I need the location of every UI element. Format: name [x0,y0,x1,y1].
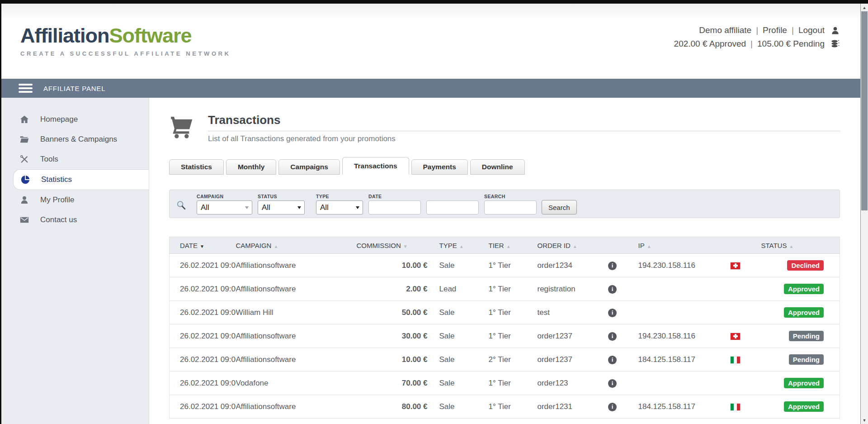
column-header-campaign[interactable]: CAMPAIGN▲ [236,237,357,254]
campaign-cell: Affiliationsoftware [236,277,357,301]
logout-link[interactable]: Logout [798,25,825,35]
sidebar-item-label: Contact us [40,215,77,224]
scrollbar-thumb[interactable] [861,11,868,210]
date-cell: 26.02.2021 09:00 [170,395,236,419]
type-select[interactable]: All [316,200,363,214]
sidebar-item-my-profile[interactable]: My Profile [1,190,149,210]
sidebar-item-label: Statistics [41,175,72,184]
tab-payments[interactable]: Payments [411,159,468,175]
type-cell: Sale [428,324,477,348]
campaign-select-wrap: All [197,200,252,214]
ip-cell: 194.230.158.116 [624,324,710,348]
campaign-select[interactable]: All [197,200,252,214]
type-cell: Sale [428,395,477,419]
column-header-ip[interactable]: IP▲ [624,237,710,254]
type-cell: Sale [428,372,477,395]
column-header-tier[interactable]: TIER▲ [477,237,526,254]
user-name-link[interactable]: Demo affiliate [699,25,751,35]
column-header-order-id[interactable]: ORDER ID▲ [526,237,601,254]
commission-cell: 10.00 € [357,254,428,277]
status-cell: Approved [761,277,840,301]
table-row: 26.02.2021 09:00Vodafone70.00 €Sale1° Ti… [170,372,840,395]
sidebar-item-homepage[interactable]: Homepage [1,110,149,129]
campaign-cell: Affiliationsoftware [236,395,357,419]
column-header-status[interactable]: STATUS▲ [761,237,840,254]
info-icon[interactable]: i [608,262,617,270]
main-content: Transactions List of all Transactions ge… [149,98,860,424]
column-header-date[interactable]: DATE▼ [170,237,236,254]
info-icon[interactable]: i [608,403,617,411]
campaign-cell: Affiliationsoftware [236,348,357,372]
date-cell: 26.02.2021 09:00 [170,372,236,395]
status-filter: STATUS All [258,194,305,214]
search-input[interactable] [484,200,537,214]
date-cell: 26.02.2021 09:00 [170,277,236,301]
campaign-filter: CAMPAIGN All [197,194,252,214]
separator: | [751,25,763,35]
status-cell: Approved [761,372,840,395]
info-icon[interactable]: i [608,309,617,317]
order-cell: registration [526,277,601,301]
sort-desc-arrow-icon: ▼ [200,244,204,249]
column-header-type[interactable]: TYPE▲ [428,237,477,254]
commission-cell: 30.00 € [357,324,428,348]
profile-link[interactable]: Profile [763,25,787,35]
scrollbar-down-arrow-icon[interactable]: ▼ [861,416,868,424]
status-cell: Pending [761,324,840,348]
sidebar-item-label: My Profile [40,195,75,205]
vertical-scrollbar[interactable]: ▲ ▼ [860,4,868,424]
tier-cell: 1° Tier [477,372,526,395]
table-row: 26.02.2021 09:00Affiliationsoftware10.00… [170,254,840,277]
flag-cell [710,301,761,324]
sidebar-item-contact-us[interactable]: Contact us [1,210,149,230]
ip-cell [624,277,710,301]
tab-monthly[interactable]: Monthly [226,159,276,175]
date-to-input[interactable] [426,200,479,214]
table-row: 26.02.2021 09:00Affiliationsoftware80.00… [170,395,840,419]
sort-asc-arrow-icon: ▲ [789,244,793,249]
info-icon[interactable]: i [608,285,617,294]
italy-flag-icon [731,357,740,363]
sidebar-item-banners-campaigns[interactable]: Banners & Campaigns [1,129,149,149]
commission-cell: 80.00 € [357,395,428,419]
campaign-cell: Affiliationsoftware [236,254,357,277]
tab-downline[interactable]: Downline [470,159,525,175]
flag-cell [710,277,761,301]
table-header-row: DATE▼CAMPAIGN▲COMMISSION▼TYPE▲TIER▲ORDER… [170,237,840,254]
info-icon[interactable]: i [608,332,617,341]
logo: AffiliationSoftware CREATE A SUCCESSFUL … [20,25,231,57]
column-header-commission[interactable]: COMMISSION▼ [357,237,428,254]
campaign-cell: Vodafone [236,372,357,395]
sidebar-item-tools[interactable]: Tools [1,149,149,169]
sidebar-item-statistics[interactable]: Statistics [13,169,149,190]
date-to-filter-label [426,194,479,199]
search-button[interactable]: Search [542,200,577,214]
approved-balance: 202.00 € Approved [674,39,746,49]
hamburger-icon[interactable] [19,82,33,95]
switzerland-flag-icon [731,333,740,340]
tab-transactions[interactable]: Transactions [342,157,409,175]
table-body: 26.02.2021 09:00Affiliationsoftware10.00… [170,254,840,419]
flag-cell [710,395,761,419]
commission-cell: 70.00 € [357,372,428,395]
tier-cell: 1° Tier [477,277,526,301]
status-badge: Approved [784,307,824,318]
tab-statistics[interactable]: Statistics [169,159,224,175]
sort-desc-arrow-icon: ▼ [403,244,408,249]
sort-asc-arrow-icon: ▲ [573,244,577,249]
info-icon[interactable]: i [608,379,617,388]
column-header-info [601,237,624,254]
tab-bar: StatisticsMonthlyCampaignsTransactionsPa… [169,157,840,175]
date-from-input[interactable] [368,200,421,214]
info-icon[interactable]: i [608,356,617,364]
status-select[interactable]: All [258,200,305,214]
scrollbar-up-arrow-icon[interactable]: ▲ [861,4,868,11]
switzerland-flag-icon [731,262,740,269]
commission-cell: 2.00 € [357,277,428,301]
balance-row: 202.00 € Approved | 105.00 € Pending [674,37,840,51]
status-badge: Pending [789,331,824,341]
type-cell: Sale [428,254,477,277]
info-cell: i [601,324,624,348]
status-badge: Approved [784,401,824,412]
tab-campaigns[interactable]: Campaigns [278,159,340,175]
